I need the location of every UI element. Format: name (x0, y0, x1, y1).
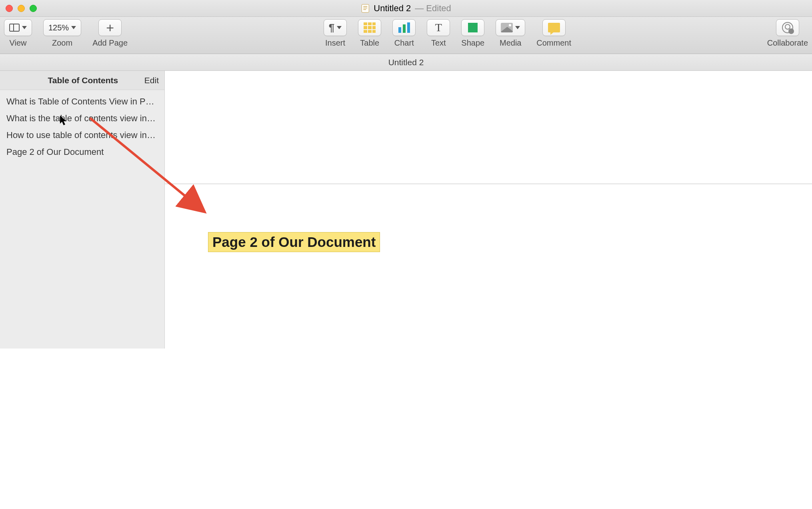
toc-item[interactable]: Page 2 of Our Document (0, 144, 164, 160)
app-document-icon (361, 4, 370, 13)
table-label: Table (360, 38, 379, 48)
maximize-window-button[interactable] (30, 5, 37, 12)
zoom-button[interactable]: 125% (43, 19, 81, 36)
window-titlebar: Untitled 2 — Edited (0, 0, 812, 17)
page-break (165, 184, 812, 184)
chart-icon (398, 22, 410, 33)
text-label: Text (431, 38, 446, 48)
view-icon (9, 24, 20, 32)
shape-tool: Shape (461, 19, 484, 48)
traffic-lights (0, 5, 37, 12)
close-window-button[interactable] (6, 5, 13, 12)
shape-icon (468, 23, 478, 32)
comment-label: Comment (536, 38, 571, 48)
table-tool: Table (358, 19, 381, 48)
page-heading-highlighted[interactable]: Page 2 of Our Document (208, 232, 380, 252)
chevron-down-icon (515, 26, 520, 29)
view-tool: View (4, 19, 32, 48)
table-button[interactable] (358, 19, 381, 36)
add-page-button[interactable]: + (98, 19, 122, 36)
toc-list: What is Table of Contents View in Pages … (0, 90, 164, 164)
collaborate-label: Collaborate (767, 38, 808, 48)
chart-label: Chart (394, 38, 414, 48)
insert-button[interactable]: ¶ (324, 19, 347, 36)
chart-button[interactable] (392, 19, 416, 36)
minimize-window-button[interactable] (18, 5, 25, 12)
insert-label: Insert (325, 38, 345, 48)
comment-tool: Comment (536, 19, 571, 48)
toc-sidebar: Table of Contents Edit What is Table of … (0, 71, 165, 349)
toc-edit-button[interactable]: Edit (144, 76, 159, 85)
zoom-value: 125% (48, 23, 69, 32)
window-title-text: Untitled 2 (374, 3, 411, 14)
toc-item[interactable]: What is the table of contents view in Pa… (0, 110, 164, 127)
media-button[interactable] (496, 19, 525, 36)
toc-item[interactable]: What is Table of Contents View in Pages … (0, 93, 164, 110)
collaborate-icon (782, 22, 793, 33)
chevron-down-icon (22, 26, 27, 29)
window-title: Untitled 2 — Edited (361, 3, 451, 14)
pilcrow-icon: ¶ (329, 22, 334, 34)
shape-button[interactable] (461, 19, 484, 36)
text-tool: T Text (427, 19, 450, 48)
add-page-label: Add Page (92, 38, 128, 48)
shape-label: Shape (461, 38, 484, 48)
insert-tool: ¶ Insert (324, 19, 347, 48)
chevron-down-icon (71, 26, 76, 29)
text-icon: T (435, 21, 442, 34)
comment-button[interactable] (542, 19, 566, 36)
collaborate-tool: Collaborate (767, 19, 808, 48)
view-label: View (10, 38, 27, 48)
chevron-down-icon (337, 26, 342, 29)
toolbar: View 125% Zoom + Add Page ¶ Insert Table (0, 17, 812, 54)
toc-title: Table of Contents (6, 76, 144, 85)
document-canvas[interactable]: Page 2 of Our Document (165, 71, 812, 349)
svg-rect-0 (362, 4, 369, 12)
media-label: Media (500, 38, 521, 48)
document-name-bar: Untitled 2 (0, 54, 812, 71)
zoom-tool: 125% Zoom (43, 19, 81, 48)
media-icon (501, 23, 513, 32)
plus-icon: + (106, 21, 114, 34)
add-page-tool: + Add Page (92, 19, 128, 48)
collaborate-button[interactable] (776, 19, 799, 36)
text-button[interactable]: T (427, 19, 450, 36)
chart-tool: Chart (392, 19, 416, 48)
comment-icon (548, 23, 560, 32)
media-tool: Media (496, 19, 525, 48)
table-icon (364, 22, 376, 33)
document-name: Untitled 2 (388, 58, 424, 67)
zoom-label: Zoom (52, 38, 72, 48)
toc-item[interactable]: How to use table of contents view in Pag… (0, 127, 164, 144)
window-title-edited: — Edited (415, 3, 451, 14)
toc-header: Table of Contents Edit (0, 71, 164, 90)
main-area: Table of Contents Edit What is Table of … (0, 71, 812, 349)
view-button[interactable] (4, 19, 32, 36)
